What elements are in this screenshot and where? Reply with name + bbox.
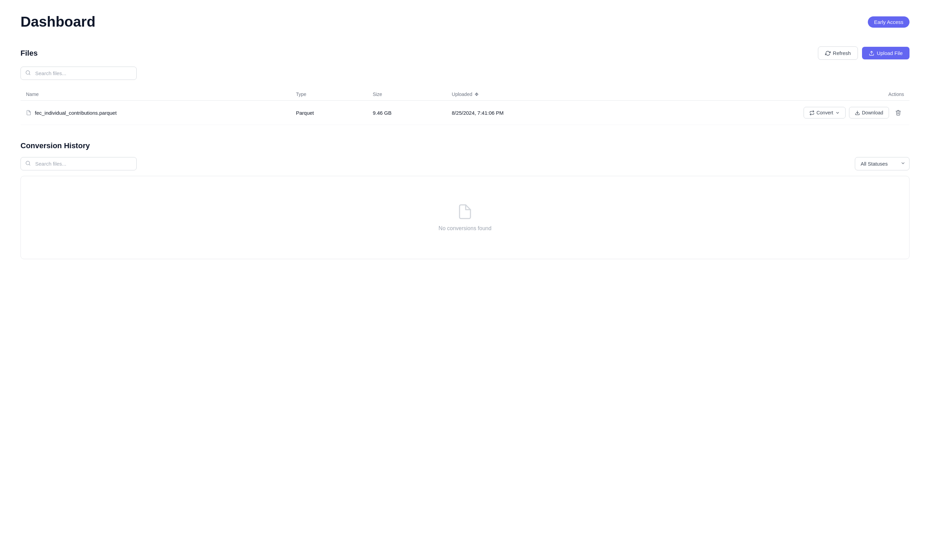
conversion-search-wrapper [20,157,137,170]
table-row: fec_individual_contributions.parquet Par… [20,101,910,125]
download-icon [855,110,860,115]
conversion-search-input[interactable] [20,157,137,170]
svg-line-2 [29,74,30,75]
convert-chevron-icon [835,110,840,115]
upload-file-button[interactable]: Upload File [862,47,910,60]
refresh-label: Refresh [833,50,851,56]
status-filter-select[interactable]: All StatusesPendingIn ProgressCompletedF… [855,157,910,170]
conversion-section-title: Conversion History [20,141,910,150]
status-filter-wrapper: All StatusesPendingIn ProgressCompletedF… [855,157,910,170]
empty-file-icon [457,204,473,220]
refresh-button[interactable]: Refresh [818,46,858,60]
conversion-search-icon [25,161,31,167]
convert-label: Convert [816,110,833,115]
col-size: Size [367,88,446,101]
upload-label: Upload File [877,50,903,56]
files-section-header: Files Refresh Upload File [20,46,910,60]
conversion-empty-state: No conversions found [20,176,910,259]
file-uploaded: 8/25/2024, 7:41:06 PM [446,101,613,125]
file-type: Parquet [290,101,367,125]
files-section: Files Refresh Upload File [20,46,910,125]
col-name: Name [20,88,290,101]
delete-button[interactable] [892,107,904,118]
download-label: Download [862,110,883,115]
convert-button[interactable]: Convert [804,107,845,118]
col-uploaded[interactable]: Uploaded [446,88,613,101]
files-section-title: Files [20,49,38,58]
conversion-search-row: All StatusesPendingIn ProgressCompletedF… [20,157,910,170]
files-search-wrapper [20,67,137,80]
file-size: 9.46 GB [367,101,446,125]
files-actions: Refresh Upload File [818,46,910,60]
search-icon [25,70,31,77]
trash-icon [895,110,901,116]
page-title: Dashboard [20,14,95,30]
sort-icon [474,92,479,97]
col-type: Type [290,88,367,101]
svg-line-6 [29,164,30,165]
early-access-button[interactable]: Early Access [868,16,910,28]
col-actions: Actions [613,88,910,101]
no-conversions-text: No conversions found [439,226,492,232]
files-search-input[interactable] [20,67,137,80]
file-name: fec_individual_contributions.parquet [35,110,117,116]
file-name-cell: fec_individual_contributions.parquet [20,101,290,125]
convert-icon [809,110,815,115]
refresh-icon [825,51,831,56]
conversion-section: Conversion History All StatusesPendingIn… [20,141,910,259]
download-button[interactable]: Download [849,107,889,118]
files-table: Name Type Size Uploaded Actions [20,88,910,125]
file-type-icon [26,110,31,115]
page-header: Dashboard Early Access [20,14,910,30]
upload-icon [869,51,874,56]
file-actions: Convert Download [613,101,910,125]
